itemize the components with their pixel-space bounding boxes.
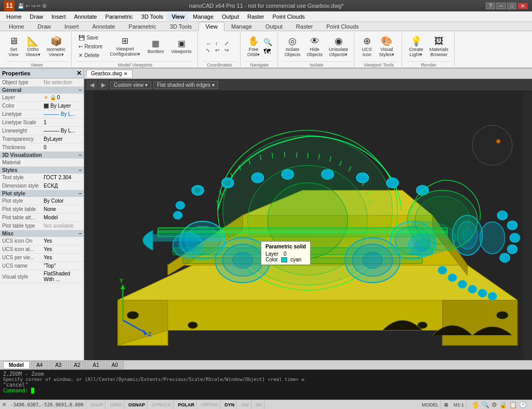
- tab-a1[interactable]: A1: [87, 361, 105, 369]
- nav-forward-btn[interactable]: ▶: [99, 81, 108, 89]
- svg-point-65: [472, 125, 512, 165]
- btn-isolate-objects[interactable]: ◎ IsolateObjects: [282, 33, 303, 60]
- section-styles-collapse[interactable]: –: [78, 167, 82, 173]
- btn-viewports[interactable]: ▣ Viewports: [168, 33, 194, 60]
- tab-insert[interactable]: Insert: [58, 22, 86, 31]
- btn-set-view[interactable]: 🖥 SetView: [5, 33, 22, 60]
- menu-raster[interactable]: Raster: [243, 12, 268, 21]
- menu-draw[interactable]: Draw: [25, 12, 47, 21]
- tab-a3[interactable]: A3: [49, 361, 67, 369]
- restore-btn[interactable]: □: [507, 3, 516, 9]
- btn-free-orbit[interactable]: ✋ FreeOrbit▾: [245, 33, 263, 60]
- group-navigate-label: Navigate: [245, 61, 274, 68]
- tab-draw[interactable]: Draw: [31, 22, 58, 31]
- btn-borders[interactable]: ▦ Borders: [145, 33, 167, 60]
- btn-restore[interactable]: ↩ Restore: [76, 42, 105, 50]
- section-plot-collapse[interactable]: –: [78, 191, 82, 196]
- nav-icon-2[interactable]: 🗺: [263, 47, 272, 56]
- group-render: 💡 CreateLight▾ 🖼 MaterialsBrowser Render: [403, 32, 455, 69]
- tab-raster[interactable]: Raster: [289, 22, 320, 31]
- menu-output[interactable]: Output: [218, 12, 243, 21]
- tab-3dtools[interactable]: 3D Tools: [163, 22, 199, 31]
- object-type-label: Object type: [2, 80, 44, 85]
- object-type-value: No selection: [44, 80, 82, 85]
- menu-3dtools[interactable]: 3D Tools: [137, 12, 168, 21]
- section-misc-collapse[interactable]: –: [78, 231, 82, 236]
- svg-point-48: [500, 253, 510, 262]
- btn-isometric-views[interactable]: 📦 IsometricViews▾: [44, 33, 69, 60]
- prop-ucs-icon-at: UCS icon at... Yes: [0, 245, 84, 254]
- canvas-area[interactable]: Y Z Parametric solid Layer 0 Col: [84, 90, 532, 360]
- close-btn[interactable]: ✕: [517, 3, 528, 9]
- command-prompt[interactable]: Command: _: [3, 388, 529, 393]
- layer-icons: ☀ 🔒: [44, 95, 56, 100]
- btn-visual-styles[interactable]: 🎨 VisualStyles▾: [376, 33, 397, 60]
- menu-parametric[interactable]: Parametric: [101, 12, 137, 21]
- tab-parametric[interactable]: Parametric: [122, 22, 163, 31]
- prop-plot-style-table: Plot style table None: [0, 205, 84, 214]
- settings-icon[interactable]: ⚙: [491, 401, 497, 408]
- btn-ucs-icon[interactable]: ⊕ UCSIcon: [358, 33, 375, 60]
- status-icon: ✕: [2, 402, 6, 407]
- menu-view[interactable]: View: [167, 12, 189, 21]
- main-area: Properties ✕ Object type No selection Ge…: [0, 69, 532, 360]
- btn-save[interactable]: 💾 Save: [76, 33, 105, 42]
- shading-selector[interactable]: Flat shaded with edges ▾: [153, 81, 218, 89]
- tab-home[interactable]: Home: [2, 22, 31, 31]
- btn-unisolate-objects[interactable]: ◉ UnisolateObjects▾: [326, 33, 351, 60]
- viewport[interactable]: Gearbox.dwg ✕ ◀ ▶ Custom view ▾ Flat sha…: [84, 69, 532, 360]
- btn-delete[interactable]: ✕ Delete: [76, 51, 105, 59]
- ucs-icon-at-value: Yes: [44, 246, 82, 252]
- command-line3: "cancel": [3, 382, 529, 388]
- menu-home[interactable]: Home: [2, 12, 25, 21]
- prop-plot-style: Plot style By Color: [0, 197, 84, 205]
- sw-btn[interactable]: SW: [239, 400, 251, 409]
- viewport-tab-close[interactable]: ✕: [124, 71, 128, 76]
- group-model-viewports-label: Model Viewports: [76, 61, 194, 68]
- btn-viewport-config[interactable]: ⊞ ViewportConfiguration▾: [107, 33, 143, 60]
- btn-create-light[interactable]: 💡 CreateLight▾: [406, 33, 425, 60]
- nav-back-btn[interactable]: ◀: [87, 81, 97, 89]
- osnap-btn[interactable]: OSNAP: [126, 400, 148, 409]
- tab-a2[interactable]: A2: [68, 361, 86, 369]
- tab-pointclouds[interactable]: Point Clouds: [320, 22, 365, 31]
- tab-a4[interactable]: A4: [31, 361, 48, 369]
- section-3dviz-collapse[interactable]: –: [78, 152, 82, 158]
- search-icon[interactable]: 🔍: [482, 401, 489, 408]
- sh-btn[interactable]: SH: [254, 400, 265, 409]
- btn-hide-objects[interactable]: 👁 HideObjects: [304, 33, 325, 60]
- viewport-tab-gearbox[interactable]: Gearbox.dwg ✕: [86, 70, 132, 77]
- menu-pointclouds[interactable]: Point Clouds: [268, 12, 309, 21]
- svg-point-37: [179, 238, 197, 252]
- tab-a0[interactable]: A0: [106, 361, 124, 369]
- otrack-btn[interactable]: OTRACK: [150, 400, 174, 409]
- properties-close-btn[interactable]: ✕: [76, 70, 82, 77]
- prop-ucs-icon-on: UCS icon On Yes: [0, 237, 84, 245]
- group-navigate: ✋ FreeOrbit▾ 🔍 🗺 Navigate: [242, 32, 278, 69]
- btn-materials-browser[interactable]: 🖼 MaterialsBrowser: [427, 33, 451, 60]
- minimize-btn[interactable]: ─: [496, 3, 506, 9]
- dyn-btn[interactable]: DYN: [222, 400, 237, 409]
- layers-icon[interactable]: 📋: [509, 401, 517, 408]
- snap-btn[interactable]: SNAP: [88, 400, 106, 409]
- ortho-btn[interactable]: ORTHO: [199, 400, 220, 409]
- nav-icon-1[interactable]: 🔍: [263, 38, 272, 46]
- btn-ortho-views[interactable]: 📐 OrthoViews▾: [23, 33, 43, 60]
- coord-icon-1: ↔: [206, 41, 214, 46]
- tab-manage[interactable]: Manage: [224, 22, 259, 31]
- menu-manage[interactable]: Manage: [189, 12, 218, 21]
- polar-btn[interactable]: POLAR: [176, 400, 197, 409]
- help-btn[interactable]: ?: [486, 3, 495, 9]
- ortho-views-icon: 📐: [27, 36, 38, 46]
- menu-insert[interactable]: Insert: [47, 12, 70, 21]
- tab-view[interactable]: View: [198, 22, 224, 31]
- tab-annotate[interactable]: Annotate: [86, 22, 122, 31]
- section-general-collapse[interactable]: –: [78, 87, 82, 93]
- tab-output[interactable]: Output: [259, 22, 289, 31]
- menu-annotate[interactable]: Annotate: [70, 12, 101, 21]
- svg-point-54: [363, 252, 382, 268]
- svg-text:Y: Y: [119, 278, 124, 284]
- tab-model[interactable]: Model: [3, 361, 30, 369]
- view-selector[interactable]: Custom view ▾: [110, 81, 151, 89]
- grid-btn[interactable]: GRID: [108, 400, 124, 409]
